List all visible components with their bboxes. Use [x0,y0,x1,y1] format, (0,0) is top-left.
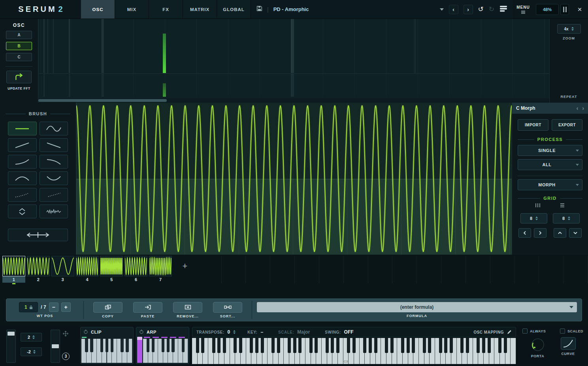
prev-preset-button[interactable]: ‹ [449,5,458,14]
morph-next-button[interactable]: › [582,105,584,111]
scaled-checkbox[interactable] [560,328,565,334]
formula-dropdown-icon[interactable] [569,306,573,308]
brush-noise-button[interactable] [40,205,68,218]
fft-scrollbar[interactable] [38,98,549,103]
always-checkbox-group[interactable]: ALWAYS [522,328,546,334]
unison-stepper[interactable]: 2 [21,333,42,342]
update-fft-button[interactable] [6,71,32,83]
piano-black-key[interactable] [223,338,226,353]
menu-button[interactable]: MENU [513,0,533,19]
brush-ramp-down-button[interactable] [40,138,68,152]
frame-thumbnail[interactable] [27,256,50,276]
piano-black-key[interactable] [90,339,93,352]
always-checkbox[interactable] [522,328,528,334]
fft-magnitude-area[interactable] [38,19,549,73]
wavetable-frame[interactable]: 6 [124,256,147,283]
move-icon[interactable] [62,330,69,338]
osc-a-button[interactable]: A [6,31,32,39]
next-preset-button[interactable]: › [464,5,473,14]
piano-black-key[interactable] [401,338,404,353]
piano-white-key[interactable] [511,338,516,364]
scaled-checkbox-group[interactable]: SCALED [560,328,583,334]
brush-dotted-ramp-steep-button[interactable] [40,188,68,202]
clip-mini-keyboard[interactable] [81,339,132,363]
tab-matrix[interactable]: MATRIX [183,0,217,19]
piano-black-key[interactable] [152,339,155,352]
piano-black-key[interactable] [428,338,431,353]
swing-value[interactable]: OFF [344,329,354,335]
frame-thumbnail[interactable] [51,256,74,276]
arp-mini-keyboard[interactable] [143,339,188,363]
osc-mapping-button[interactable]: OSC MAPPING [473,330,512,334]
piano-black-key[interactable] [239,338,242,353]
stepper-arrows-icon[interactable] [568,216,570,220]
fft-scrollbar-thumb[interactable] [38,99,167,102]
import-button[interactable]: IMPORT [518,119,548,131]
frame-thumbnail[interactable] [76,256,99,276]
fft-phase-area[interactable] [38,73,549,97]
wavetable-frame[interactable]: 4 [76,256,99,283]
piano-black-key[interactable] [385,338,388,353]
close-button[interactable]: × [571,0,588,19]
wt-pos-plus-button[interactable]: + [61,302,71,312]
grid-rows-stepper[interactable]: 8 [553,213,580,223]
piano-black-key[interactable] [309,338,313,353]
piano-black-key[interactable] [504,338,507,353]
transpose-stepper-icon[interactable] [233,330,236,334]
curve-button[interactable] [561,337,576,350]
paste-button[interactable] [133,302,162,313]
piano-keyboard[interactable]: C3 [192,338,516,364]
piano-black-key[interactable] [466,338,469,353]
wavetable-frame[interactable]: 3 [51,256,74,283]
brush-curve-up-button[interactable] [8,155,37,169]
piano-black-key[interactable] [477,338,480,353]
stepper-arrows-icon[interactable] [32,335,35,339]
piano-black-key[interactable] [167,339,170,352]
piano-black-key[interactable] [482,338,485,353]
piano-black-key[interactable] [271,338,275,353]
nudge-right-button[interactable] [534,228,547,238]
wt-pos-minus-button[interactable]: − [49,302,58,312]
frame-thumbnail[interactable] [2,256,25,276]
brush-expand-button[interactable] [8,205,37,218]
brush-ramp-up-button[interactable] [8,138,37,152]
copy-button[interactable] [93,302,122,313]
stepper-arrows-icon[interactable] [535,216,538,220]
brush-width-button[interactable] [8,229,68,241]
tab-mix[interactable]: MIX [115,0,149,19]
piano-black-key[interactable] [412,338,415,353]
piano-black-key[interactable] [234,338,237,353]
power-icon[interactable] [139,328,144,336]
piano-black-key[interactable] [331,338,334,353]
preset-dropdown-icon[interactable] [440,8,444,11]
piano-black-key[interactable] [407,338,410,353]
sort-button[interactable] [213,302,242,313]
wavetable-frame[interactable]: 7 [149,256,172,283]
piano-black-key[interactable] [201,338,204,353]
piano-black-key[interactable] [298,338,302,353]
stepper-arrows-icon[interactable] [33,350,36,354]
undo-button[interactable]: ↺ [478,5,484,13]
nudge-left-button[interactable] [518,228,531,238]
save-icon[interactable] [256,6,262,13]
frame-thumbnail[interactable] [149,256,172,276]
piano-black-key[interactable] [182,339,185,352]
piano-black-key[interactable] [336,338,339,353]
osc-c-button[interactable]: C [6,53,32,61]
piano-black-key[interactable] [390,338,394,353]
piano-black-key[interactable] [255,338,258,353]
piano-black-key[interactable] [126,339,128,352]
osc-b-button[interactable]: B [6,42,32,50]
piano-black-key[interactable] [460,338,464,353]
brush-dotted-ramp-button[interactable] [8,188,37,202]
piano-black-key[interactable] [277,338,280,353]
voices-badge[interactable]: 3 [62,353,70,360]
frame-thumbnail[interactable] [100,256,123,276]
piano-black-key[interactable] [162,339,164,352]
layers-icon[interactable] [499,5,507,14]
brush-arc-down-button[interactable] [40,171,68,185]
tab-fx[interactable]: FX [149,0,183,19]
wavetable-frame[interactable]: 1 [2,256,25,284]
stepper-arrows-icon[interactable] [571,27,574,31]
frame-thumbnail[interactable] [124,256,147,276]
